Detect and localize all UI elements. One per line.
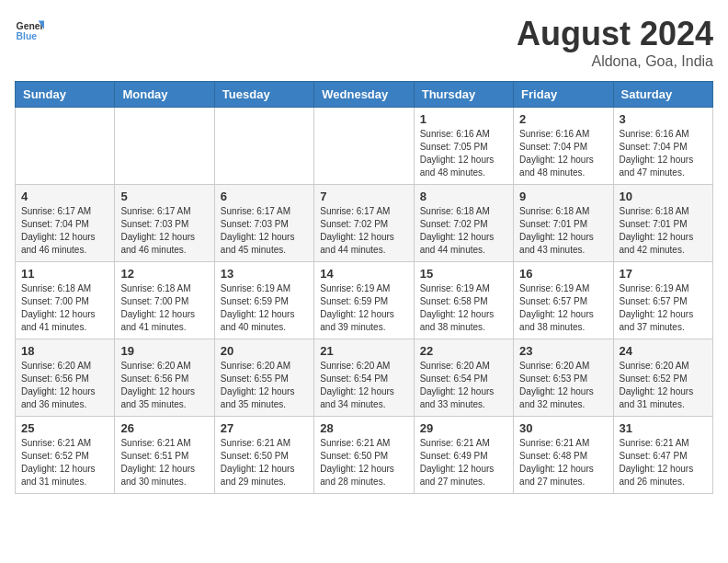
day-number: 12 <box>120 267 208 281</box>
day-number: 15 <box>420 267 507 281</box>
calendar-week-row: 4Sunrise: 6:17 AM Sunset: 7:04 PM Daylig… <box>16 185 713 262</box>
calendar-cell: 26Sunrise: 6:21 AM Sunset: 6:51 PM Dayli… <box>115 417 214 494</box>
day-number: 9 <box>519 190 607 203</box>
calendar-cell: 23Sunrise: 6:20 AM Sunset: 6:53 PM Dayli… <box>514 339 613 417</box>
day-number: 23 <box>519 344 607 358</box>
day-info: Sunrise: 6:19 AM Sunset: 6:59 PM Dayligh… <box>221 282 308 334</box>
calendar-week-row: 25Sunrise: 6:21 AM Sunset: 6:52 PM Dayli… <box>16 417 713 494</box>
calendar-cell: 22Sunrise: 6:20 AM Sunset: 6:54 PM Dayli… <box>414 339 513 417</box>
day-info: Sunrise: 6:20 AM Sunset: 6:55 PM Dayligh… <box>221 360 308 411</box>
day-info: Sunrise: 6:21 AM Sunset: 6:48 PM Dayligh… <box>519 437 607 488</box>
day-number: 22 <box>420 344 507 358</box>
day-info: Sunrise: 6:19 AM Sunset: 6:57 PM Dayligh… <box>620 282 707 334</box>
day-info: Sunrise: 6:17 AM Sunset: 7:03 PM Dayligh… <box>221 205 308 257</box>
day-number: 13 <box>221 267 308 281</box>
calendar-cell: 2Sunrise: 6:16 AM Sunset: 7:04 PM Daylig… <box>514 108 613 185</box>
calendar-cell <box>314 108 414 185</box>
day-number: 3 <box>620 112 707 126</box>
calendar-cell: 1Sunrise: 6:16 AM Sunset: 7:05 PM Daylig… <box>414 108 513 185</box>
svg-text:Blue: Blue <box>17 31 38 41</box>
day-number: 24 <box>620 344 707 358</box>
day-info: Sunrise: 6:20 AM Sunset: 6:52 PM Dayligh… <box>620 360 707 411</box>
weekday-header-monday: Monday <box>115 82 214 108</box>
title-block: August 2024 Aldona, Goa, India <box>517 15 713 70</box>
day-info: Sunrise: 6:18 AM Sunset: 7:01 PM Dayligh… <box>620 205 707 257</box>
location-subtitle: Aldona, Goa, India <box>517 53 713 70</box>
day-info: Sunrise: 6:20 AM Sunset: 6:54 PM Dayligh… <box>420 360 507 411</box>
day-number: 14 <box>320 267 407 281</box>
calendar-cell: 24Sunrise: 6:20 AM Sunset: 6:52 PM Dayli… <box>613 339 712 417</box>
day-info: Sunrise: 6:21 AM Sunset: 6:49 PM Dayligh… <box>420 437 507 488</box>
day-info: Sunrise: 6:19 AM Sunset: 6:59 PM Dayligh… <box>320 282 407 334</box>
day-number: 2 <box>519 112 607 126</box>
day-info: Sunrise: 6:18 AM Sunset: 7:02 PM Dayligh… <box>420 205 507 257</box>
day-number: 10 <box>620 190 707 203</box>
calendar-cell: 10Sunrise: 6:18 AM Sunset: 7:01 PM Dayli… <box>613 185 712 262</box>
weekday-header-row: SundayMondayTuesdayWednesdayThursdayFrid… <box>16 82 713 108</box>
weekday-header-sunday: Sunday <box>16 82 115 108</box>
day-info: Sunrise: 6:17 AM Sunset: 7:02 PM Dayligh… <box>320 205 407 257</box>
calendar-cell <box>16 108 115 185</box>
day-info: Sunrise: 6:16 AM Sunset: 7:04 PM Dayligh… <box>620 128 707 179</box>
day-number: 20 <box>221 344 308 358</box>
calendar-cell: 31Sunrise: 6:21 AM Sunset: 6:47 PM Dayli… <box>613 417 712 494</box>
calendar-cell: 9Sunrise: 6:18 AM Sunset: 7:01 PM Daylig… <box>514 185 613 262</box>
day-number: 29 <box>420 421 507 435</box>
day-info: Sunrise: 6:20 AM Sunset: 6:56 PM Dayligh… <box>120 360 208 411</box>
weekday-header-thursday: Thursday <box>414 82 513 108</box>
weekday-header-wednesday: Wednesday <box>314 82 414 108</box>
calendar-week-row: 18Sunrise: 6:20 AM Sunset: 6:56 PM Dayli… <box>16 339 713 417</box>
day-info: Sunrise: 6:21 AM Sunset: 6:47 PM Dayligh… <box>620 437 707 488</box>
calendar-cell: 21Sunrise: 6:20 AM Sunset: 6:54 PM Dayli… <box>314 339 414 417</box>
day-number: 28 <box>320 421 407 435</box>
calendar-week-row: 1Sunrise: 6:16 AM Sunset: 7:05 PM Daylig… <box>16 108 713 185</box>
calendar-cell: 20Sunrise: 6:20 AM Sunset: 6:55 PM Dayli… <box>214 339 313 417</box>
day-info: Sunrise: 6:21 AM Sunset: 6:51 PM Dayligh… <box>120 437 208 488</box>
calendar-cell: 3Sunrise: 6:16 AM Sunset: 7:04 PM Daylig… <box>613 108 712 185</box>
page-header: General Blue August 2024 Aldona, Goa, In… <box>15 15 713 70</box>
calendar-cell: 28Sunrise: 6:21 AM Sunset: 6:50 PM Dayli… <box>314 417 414 494</box>
day-number: 5 <box>120 190 208 203</box>
calendar-cell: 18Sunrise: 6:20 AM Sunset: 6:56 PM Dayli… <box>16 339 115 417</box>
calendar-table: SundayMondayTuesdayWednesdayThursdayFrid… <box>15 81 713 494</box>
calendar-cell: 29Sunrise: 6:21 AM Sunset: 6:49 PM Dayli… <box>414 417 513 494</box>
month-year-title: August 2024 <box>517 15 713 53</box>
day-number: 17 <box>620 267 707 281</box>
day-info: Sunrise: 6:21 AM Sunset: 6:50 PM Dayligh… <box>320 437 407 488</box>
calendar-cell: 7Sunrise: 6:17 AM Sunset: 7:02 PM Daylig… <box>314 185 414 262</box>
day-info: Sunrise: 6:19 AM Sunset: 6:58 PM Dayligh… <box>420 282 507 334</box>
calendar-cell: 12Sunrise: 6:18 AM Sunset: 7:00 PM Dayli… <box>115 262 214 339</box>
day-info: Sunrise: 6:18 AM Sunset: 7:00 PM Dayligh… <box>120 282 208 334</box>
day-info: Sunrise: 6:21 AM Sunset: 6:50 PM Dayligh… <box>221 437 308 488</box>
calendar-cell: 25Sunrise: 6:21 AM Sunset: 6:52 PM Dayli… <box>16 417 115 494</box>
calendar-cell: 19Sunrise: 6:20 AM Sunset: 6:56 PM Dayli… <box>115 339 214 417</box>
calendar-cell: 17Sunrise: 6:19 AM Sunset: 6:57 PM Dayli… <box>613 262 712 339</box>
day-info: Sunrise: 6:17 AM Sunset: 7:03 PM Dayligh… <box>120 205 208 257</box>
weekday-header-tuesday: Tuesday <box>214 82 313 108</box>
day-number: 18 <box>21 344 108 358</box>
logo-icon: General Blue <box>15 15 44 44</box>
day-number: 30 <box>519 421 607 435</box>
day-number: 1 <box>420 112 507 126</box>
calendar-cell: 5Sunrise: 6:17 AM Sunset: 7:03 PM Daylig… <box>115 185 214 262</box>
day-number: 21 <box>320 344 407 358</box>
day-number: 26 <box>120 421 208 435</box>
day-number: 11 <box>21 267 108 281</box>
calendar-cell <box>214 108 313 185</box>
weekday-header-friday: Friday <box>514 82 613 108</box>
day-info: Sunrise: 6:20 AM Sunset: 6:54 PM Dayligh… <box>320 360 407 411</box>
calendar-cell: 14Sunrise: 6:19 AM Sunset: 6:59 PM Dayli… <box>314 262 414 339</box>
day-info: Sunrise: 6:18 AM Sunset: 7:00 PM Dayligh… <box>21 282 108 334</box>
day-info: Sunrise: 6:21 AM Sunset: 6:52 PM Dayligh… <box>21 437 108 488</box>
day-number: 7 <box>320 190 407 203</box>
day-number: 31 <box>620 421 707 435</box>
day-number: 6 <box>221 190 308 203</box>
calendar-week-row: 11Sunrise: 6:18 AM Sunset: 7:00 PM Dayli… <box>16 262 713 339</box>
calendar-cell: 8Sunrise: 6:18 AM Sunset: 7:02 PM Daylig… <box>414 185 513 262</box>
calendar-cell: 27Sunrise: 6:21 AM Sunset: 6:50 PM Dayli… <box>214 417 313 494</box>
day-info: Sunrise: 6:16 AM Sunset: 7:04 PM Dayligh… <box>519 128 607 179</box>
day-info: Sunrise: 6:20 AM Sunset: 6:53 PM Dayligh… <box>519 360 607 411</box>
day-info: Sunrise: 6:19 AM Sunset: 6:57 PM Dayligh… <box>519 282 607 334</box>
calendar-cell: 11Sunrise: 6:18 AM Sunset: 7:00 PM Dayli… <box>16 262 115 339</box>
calendar-cell: 30Sunrise: 6:21 AM Sunset: 6:48 PM Dayli… <box>514 417 613 494</box>
